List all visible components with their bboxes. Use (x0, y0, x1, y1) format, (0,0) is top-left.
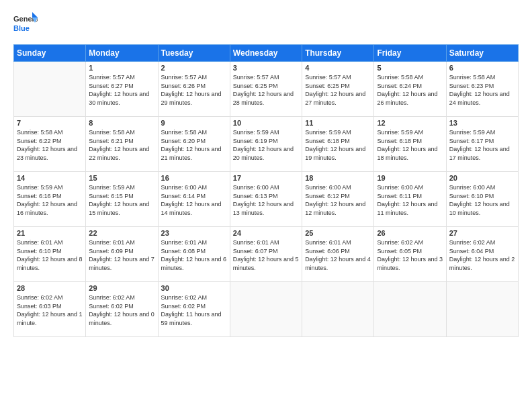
calendar-cell: 17Sunrise: 6:00 AMSunset: 6:13 PMDayligh… (230, 172, 302, 227)
day-info: Sunrise: 6:01 AMSunset: 6:07 PMDaylight:… (233, 238, 299, 272)
calendar-cell: 29Sunrise: 6:02 AMSunset: 6:02 PMDayligh… (86, 282, 158, 337)
weekday-header-friday: Friday (374, 45, 446, 62)
day-number: 3 (233, 64, 299, 72)
weekday-header-saturday: Saturday (446, 45, 518, 62)
calendar-week-row: 21Sunrise: 6:01 AMSunset: 6:10 PMDayligh… (14, 227, 519, 282)
day-info: Sunrise: 5:58 AMSunset: 6:22 PMDaylight:… (17, 128, 83, 162)
calendar-cell: 8Sunrise: 5:58 AMSunset: 6:21 PMDaylight… (86, 117, 158, 172)
day-info: Sunrise: 6:00 AMSunset: 6:12 PMDaylight:… (305, 183, 371, 217)
calendar-cell: 9Sunrise: 5:58 AMSunset: 6:20 PMDaylight… (158, 117, 230, 172)
day-info: Sunrise: 6:00 AMSunset: 6:10 PMDaylight:… (449, 183, 515, 217)
day-number: 28 (17, 284, 83, 292)
calendar-cell: 22Sunrise: 6:01 AMSunset: 6:09 PMDayligh… (86, 227, 158, 282)
day-number: 9 (161, 119, 227, 127)
calendar-cell (374, 282, 446, 337)
calendar-cell: 19Sunrise: 6:00 AMSunset: 6:11 PMDayligh… (374, 172, 446, 227)
day-info: Sunrise: 6:01 AMSunset: 6:06 PMDaylight:… (305, 238, 371, 272)
day-number: 22 (89, 229, 154, 237)
calendar-cell: 15Sunrise: 5:59 AMSunset: 6:15 PMDayligh… (86, 172, 158, 227)
day-info: Sunrise: 5:59 AMSunset: 6:15 PMDaylight:… (89, 183, 154, 217)
day-number: 29 (89, 284, 154, 292)
day-info: Sunrise: 5:57 AMSunset: 6:26 PMDaylight:… (161, 73, 227, 107)
day-info: Sunrise: 5:57 AMSunset: 6:25 PMDaylight:… (233, 73, 299, 107)
day-number: 5 (377, 64, 443, 72)
weekday-header-sunday: Sunday (14, 45, 86, 62)
calendar-cell: 10Sunrise: 5:59 AMSunset: 6:19 PMDayligh… (230, 117, 302, 172)
calendar-cell (230, 282, 302, 337)
day-number: 15 (89, 174, 154, 182)
calendar-cell: 21Sunrise: 6:01 AMSunset: 6:10 PMDayligh… (14, 227, 86, 282)
day-info: Sunrise: 5:59 AMSunset: 6:18 PMDaylight:… (305, 128, 371, 162)
day-info: Sunrise: 6:02 AMSunset: 6:04 PMDaylight:… (449, 238, 515, 272)
day-number: 24 (233, 229, 299, 237)
calendar-cell: 1Sunrise: 5:57 AMSunset: 6:27 PMDaylight… (86, 62, 158, 117)
day-info: Sunrise: 6:02 AMSunset: 6:05 PMDaylight:… (377, 238, 443, 272)
day-info: Sunrise: 6:02 AMSunset: 6:02 PMDaylight:… (161, 293, 227, 327)
calendar-cell: 7Sunrise: 5:58 AMSunset: 6:22 PMDaylight… (14, 117, 86, 172)
day-number: 20 (449, 174, 515, 182)
calendar-cell: 13Sunrise: 5:59 AMSunset: 6:17 PMDayligh… (446, 117, 518, 172)
day-number: 8 (89, 119, 154, 127)
svg-text:Blue: Blue (13, 24, 30, 32)
day-info: Sunrise: 5:59 AMSunset: 6:17 PMDaylight:… (449, 128, 515, 162)
day-number: 11 (305, 119, 371, 127)
day-info: Sunrise: 6:00 AMSunset: 6:14 PMDaylight:… (161, 183, 227, 217)
day-number: 17 (233, 174, 299, 182)
calendar-week-row: 1Sunrise: 5:57 AMSunset: 6:27 PMDaylight… (14, 62, 519, 117)
day-number: 13 (449, 119, 515, 127)
day-info: Sunrise: 5:59 AMSunset: 6:18 PMDaylight:… (377, 128, 443, 162)
calendar-cell: 24Sunrise: 6:01 AMSunset: 6:07 PMDayligh… (230, 227, 302, 282)
calendar-cell: 26Sunrise: 6:02 AMSunset: 6:05 PMDayligh… (374, 227, 446, 282)
calendar-cell: 2Sunrise: 5:57 AMSunset: 6:26 PMDaylight… (158, 62, 230, 117)
logo: General Blue (13, 11, 40, 38)
calendar-cell (302, 282, 374, 337)
day-info: Sunrise: 5:58 AMSunset: 6:24 PMDaylight:… (377, 73, 443, 107)
calendar-cell (446, 282, 518, 337)
day-info: Sunrise: 5:59 AMSunset: 6:16 PMDaylight:… (17, 183, 83, 217)
weekday-header-tuesday: Tuesday (158, 45, 230, 62)
logo-container: General Blue (13, 11, 40, 38)
calendar-header-row: SundayMondayTuesdayWednesdayThursdayFrid… (14, 45, 519, 62)
day-info: Sunrise: 5:57 AMSunset: 6:25 PMDaylight:… (305, 73, 371, 107)
day-number: 25 (305, 229, 371, 237)
day-number: 12 (377, 119, 443, 127)
weekday-header-wednesday: Wednesday (230, 45, 302, 62)
day-info: Sunrise: 5:57 AMSunset: 6:27 PMDaylight:… (89, 73, 154, 107)
day-info: Sunrise: 6:00 AMSunset: 6:13 PMDaylight:… (233, 183, 299, 217)
day-number: 10 (233, 119, 299, 127)
calendar-cell: 25Sunrise: 6:01 AMSunset: 6:06 PMDayligh… (302, 227, 374, 282)
calendar-cell: 12Sunrise: 5:59 AMSunset: 6:18 PMDayligh… (374, 117, 446, 172)
calendar-table: SundayMondayTuesdayWednesdayThursdayFrid… (13, 44, 519, 337)
calendar-cell: 5Sunrise: 5:58 AMSunset: 6:24 PMDaylight… (374, 62, 446, 117)
day-info: Sunrise: 5:58 AMSunset: 6:23 PMDaylight:… (449, 73, 515, 107)
calendar-cell: 30Sunrise: 6:02 AMSunset: 6:02 PMDayligh… (158, 282, 230, 337)
day-number: 23 (161, 229, 227, 237)
day-number: 6 (449, 64, 515, 72)
day-number: 14 (17, 174, 83, 182)
day-number: 18 (305, 174, 371, 182)
day-number: 7 (17, 119, 83, 127)
logo-graphic: General Blue (13, 11, 38, 38)
day-info: Sunrise: 5:58 AMSunset: 6:20 PMDaylight:… (161, 128, 227, 162)
calendar-cell: 20Sunrise: 6:00 AMSunset: 6:10 PMDayligh… (446, 172, 518, 227)
calendar-cell: 11Sunrise: 5:59 AMSunset: 6:18 PMDayligh… (302, 117, 374, 172)
day-number: 4 (305, 64, 371, 72)
day-info: Sunrise: 6:01 AMSunset: 6:08 PMDaylight:… (161, 238, 227, 272)
logo-svg: General Blue (13, 11, 38, 35)
day-info: Sunrise: 6:01 AMSunset: 6:09 PMDaylight:… (89, 238, 154, 272)
day-info: Sunrise: 6:00 AMSunset: 6:11 PMDaylight:… (377, 183, 443, 217)
day-number: 16 (161, 174, 227, 182)
day-info: Sunrise: 6:01 AMSunset: 6:10 PMDaylight:… (17, 238, 83, 272)
calendar-cell: 6Sunrise: 5:58 AMSunset: 6:23 PMDaylight… (446, 62, 518, 117)
day-info: Sunrise: 5:59 AMSunset: 6:19 PMDaylight:… (233, 128, 299, 162)
day-number: 1 (89, 64, 154, 72)
day-number: 26 (377, 229, 443, 237)
day-number: 2 (161, 64, 227, 72)
day-info: Sunrise: 6:02 AMSunset: 6:02 PMDaylight:… (89, 293, 154, 327)
calendar-cell: 28Sunrise: 6:02 AMSunset: 6:03 PMDayligh… (14, 282, 86, 337)
calendar-cell: 18Sunrise: 6:00 AMSunset: 6:12 PMDayligh… (302, 172, 374, 227)
weekday-header-thursday: Thursday (302, 45, 374, 62)
calendar-cell: 4Sunrise: 5:57 AMSunset: 6:25 PMDaylight… (302, 62, 374, 117)
calendar-week-row: 14Sunrise: 5:59 AMSunset: 6:16 PMDayligh… (14, 172, 519, 227)
calendar-cell: 14Sunrise: 5:59 AMSunset: 6:16 PMDayligh… (14, 172, 86, 227)
